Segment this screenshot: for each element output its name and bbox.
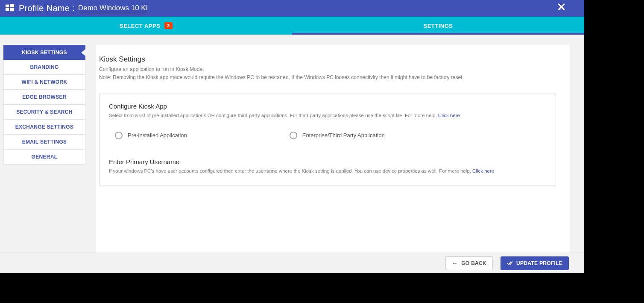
configure-click-here-link[interactable]: Click here xyxy=(438,113,460,118)
windows-icon xyxy=(5,3,15,12)
sidebar-item-security-search[interactable]: SECURITY & SEARCH xyxy=(3,105,85,120)
select-apps-badge: 3 xyxy=(164,22,173,29)
tab-settings[interactable]: SETTINGS xyxy=(292,17,584,35)
radio-preinstalled-label: Pre-installed Application xyxy=(128,132,187,138)
username-title: Enter Primary Username xyxy=(109,158,546,165)
arrow-left-icon: ← xyxy=(452,260,458,266)
content-area: KIOSK SETTINGS BRANDING WIFI & NETWORK E… xyxy=(0,35,584,253)
update-profile-label: UPDATE PROFILE xyxy=(516,260,562,266)
radio-circle-icon xyxy=(115,132,123,139)
configure-help: Select from a list of pre-installed appl… xyxy=(109,112,546,119)
sidebar-item-kiosk-settings[interactable]: KIOSK SETTINGS xyxy=(3,45,85,60)
tab-settings-label: SETTINGS xyxy=(423,23,453,29)
configure-panel: Configure Kiosk App Select from a list o… xyxy=(99,94,556,185)
sidebar-item-exchange-settings[interactable]: EXCHANGE SETTINGS xyxy=(3,120,85,135)
footer-bar: ← GO BACK UPDATE PROFILE xyxy=(0,253,584,273)
radio-enterprise[interactable]: Enterprise/Third Party Application xyxy=(290,132,385,139)
app-window: Profile Name : Demo Windows 10 Ki SELECT… xyxy=(0,0,584,273)
svg-rect-3 xyxy=(10,8,14,11)
go-back-label: GO BACK xyxy=(461,260,486,266)
configure-help-text: Select from a list of pre-installed appl… xyxy=(109,113,438,118)
sidebar-item-edge-browser[interactable]: EDGE BROWSER xyxy=(3,90,85,105)
sidebar-item-branding[interactable]: BRANDING xyxy=(3,60,85,75)
radio-circle-icon xyxy=(290,132,297,139)
radio-enterprise-label: Enterprise/Third Party Application xyxy=(302,132,385,138)
tab-select-apps-label: SELECT APPS xyxy=(120,23,160,29)
username-help-text: If your windows PC's have user accounts … xyxy=(109,168,472,174)
profile-name-input[interactable]: Demo Windows 10 Ki xyxy=(78,4,148,13)
tab-select-apps[interactable]: SELECT APPS 3 xyxy=(0,17,292,35)
page-title: Kiosk Settings xyxy=(99,55,556,64)
username-help: If your windows PC's have user accounts … xyxy=(109,167,546,175)
radio-group: Pre-installed Application Enterprise/Thi… xyxy=(115,132,546,139)
page-note: Note: Removing the Kiosk app mode would … xyxy=(99,74,556,82)
tab-strip: SELECT APPS 3 SETTINGS xyxy=(0,17,584,35)
sidebar-item-general[interactable]: GENERAL xyxy=(3,150,85,165)
check-all-icon xyxy=(507,260,513,266)
svg-rect-2 xyxy=(6,8,9,10)
svg-rect-0 xyxy=(6,4,9,7)
sidebar-item-wifi-network[interactable]: WIFI & NETWORK xyxy=(3,75,85,90)
main-panel: Kiosk Settings Configure an application … xyxy=(96,45,570,253)
profile-name-label: Profile Name : xyxy=(19,3,75,13)
svg-rect-1 xyxy=(10,4,14,7)
close-icon[interactable] xyxy=(556,2,566,12)
update-profile-button[interactable]: UPDATE PROFILE xyxy=(501,256,569,270)
configure-title: Configure Kiosk App xyxy=(109,103,546,110)
page-subtitle: Configure an application to run in Kiosk… xyxy=(99,65,556,74)
sidebar: KIOSK SETTINGS BRANDING WIFI & NETWORK E… xyxy=(3,45,85,253)
radio-preinstalled[interactable]: Pre-installed Application xyxy=(115,132,187,139)
username-click-here-link[interactable]: Click here xyxy=(472,168,494,174)
sidebar-item-email-settings[interactable]: EMAIL SETTINGS xyxy=(3,135,85,150)
go-back-button[interactable]: ← GO BACK xyxy=(445,256,493,270)
header-bar: Profile Name : Demo Windows 10 Ki xyxy=(0,0,584,17)
